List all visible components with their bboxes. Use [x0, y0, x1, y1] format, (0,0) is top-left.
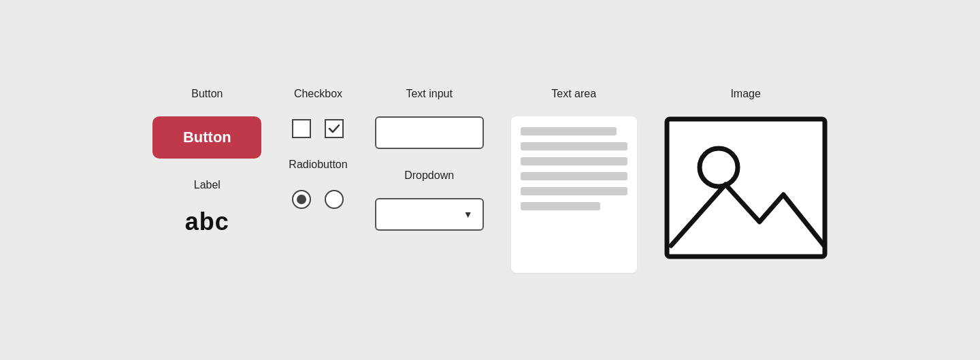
text-line-4: [521, 172, 627, 180]
label-demo-text: abc: [185, 208, 229, 236]
text-line-5: [521, 187, 627, 195]
text-line-3: [521, 157, 627, 165]
text-input-field[interactable]: [375, 116, 484, 149]
svg-rect-0: [667, 119, 825, 257]
image-demo: [664, 116, 828, 259]
checkbox-row: [292, 119, 344, 138]
button-group-label: Button: [191, 88, 223, 100]
checkbox-checked[interactable]: [325, 119, 344, 138]
dropdown-group-label: Dropdown: [404, 169, 454, 182]
dropdown-arrow-icon: ▼: [463, 209, 473, 220]
button-group: Button Button Label abc: [152, 88, 261, 236]
text-line-1: [521, 127, 617, 135]
radiobutton-group-label: Radiobutton: [289, 159, 347, 171]
dropdown-control[interactable]: ▼: [375, 198, 484, 231]
radio-selected[interactable]: [292, 190, 311, 209]
text-area-group-label: Text area: [551, 88, 596, 100]
text-area-group: Text area: [511, 88, 637, 273]
checkmark-icon: [328, 122, 340, 135]
text-line-6: [521, 202, 601, 210]
image-group-label: Image: [730, 88, 760, 100]
checkbox-radio-group: Checkbox Radiobutton: [289, 88, 347, 209]
main-container: Button Button Label abc Checkbox Radiobu…: [112, 61, 868, 300]
radio-row: [292, 190, 344, 209]
text-line-2: [521, 142, 627, 150]
checkbox-group-label: Checkbox: [294, 88, 342, 100]
demo-button[interactable]: Button: [152, 116, 261, 159]
text-area-demo: [511, 116, 637, 273]
radio-unselected[interactable]: [325, 190, 344, 209]
checkbox-unchecked[interactable]: [292, 119, 311, 138]
text-input-group-label: Text input: [406, 88, 452, 100]
image-group: Image: [664, 88, 828, 259]
label-group-label: Label: [194, 179, 220, 191]
text-input-dropdown-group: Text input Dropdown ▼: [375, 88, 484, 231]
image-placeholder-icon: [664, 116, 828, 259]
